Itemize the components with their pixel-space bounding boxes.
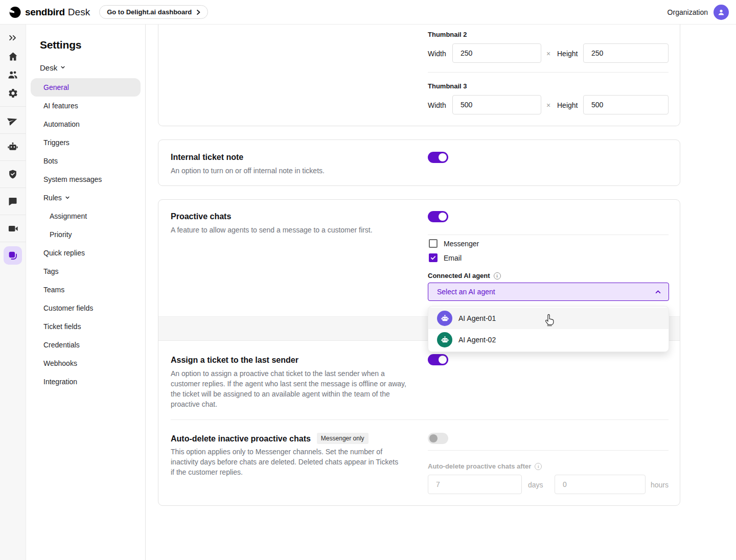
top-bar: sendbird Desk Go to Delight.ai dashboard… xyxy=(0,0,736,25)
dimension-separator: × xyxy=(546,101,550,109)
chevron-right-icon xyxy=(195,9,201,15)
bot-avatar-purple xyxy=(437,311,452,326)
section-divider xyxy=(428,235,669,235)
email-checkbox-label: Email xyxy=(444,254,462,262)
sidebar-item-system-messages[interactable]: System messages xyxy=(26,170,145,189)
hours-unit-label: hours xyxy=(651,481,669,489)
sidebar-item-triggers[interactable]: Triggers xyxy=(26,133,145,152)
home-icon[interactable] xyxy=(0,47,26,65)
sendbird-desk-logo: sendbird Desk xyxy=(9,6,90,18)
thumbnail3-title: Thumbnail 3 xyxy=(428,82,467,90)
messenger-checkbox-label: Messenger xyxy=(444,240,479,248)
settings-main-panel: Thumbnail 2 Width × Height Thumbnail 3 W… xyxy=(146,25,736,560)
thumbnail2-title: Thumbnail 2 xyxy=(428,31,467,38)
sidebar-item-customer-fields[interactable]: Customer fields xyxy=(26,299,145,317)
calls-video-icon[interactable] xyxy=(0,219,26,238)
dimension-separator: × xyxy=(546,50,550,58)
toggle-knob xyxy=(439,213,447,221)
sidebar-item-general[interactable]: General xyxy=(31,78,141,97)
auto-delete-days-input xyxy=(428,475,522,494)
auto-delete-after-label: Auto-delete proactive chats after xyxy=(428,462,531,470)
moderation-shield-icon[interactable] xyxy=(0,165,26,183)
mouse-cursor-graphic xyxy=(544,313,556,326)
sidebar-item-webhooks[interactable]: Webhooks xyxy=(26,354,145,372)
ai-agent-option-2[interactable]: AI Agent-02 xyxy=(428,329,669,351)
internal-note-title: Internal ticket note xyxy=(171,153,243,162)
product-name: Desk xyxy=(68,7,90,18)
sidebar-item-integration[interactable]: Integration xyxy=(26,372,145,391)
settings-gear-icon[interactable] xyxy=(0,84,26,102)
ai-agent-option-2-label: AI Agent-02 xyxy=(458,336,496,344)
rail-divider xyxy=(0,242,26,242)
brand-name: sendbird xyxy=(25,7,65,18)
proactive-chats-title: Proactive chats xyxy=(171,212,231,221)
bot-icon[interactable] xyxy=(0,138,26,156)
toggle-knob xyxy=(439,153,447,161)
sidebar-item-assignment[interactable]: Assignment xyxy=(26,207,145,225)
ai-agent-select[interactable]: Select an AI agent xyxy=(428,283,669,301)
settings-sidebar: Settings Desk General AI features Automa… xyxy=(26,25,146,560)
collapse-sidebar-icon[interactable] xyxy=(0,29,26,47)
thumbnail2-width-label: Width xyxy=(428,50,446,58)
auto-delete-toggle[interactable] xyxy=(428,433,448,444)
delight-dashboard-button[interactable]: Go to Delight.ai dashboard xyxy=(99,5,208,19)
email-checkbox[interactable] xyxy=(429,253,438,262)
sidebar-item-tags[interactable]: Tags xyxy=(26,262,145,281)
rail-divider xyxy=(0,215,26,215)
messenger-checkbox[interactable] xyxy=(429,239,438,248)
rail-divider xyxy=(0,188,26,188)
thumbnail3-width-input[interactable] xyxy=(452,95,541,114)
section-divider xyxy=(428,72,669,73)
sidebar-item-credentials[interactable]: Credentials xyxy=(26,336,145,354)
robot-icon xyxy=(441,336,449,344)
bot-avatar-green xyxy=(437,332,452,347)
auto-delete-title: Auto-delete inactive proactive chats xyxy=(171,434,311,443)
desk-icon[interactable] xyxy=(0,246,26,265)
user-avatar[interactable] xyxy=(714,5,729,20)
send-icon[interactable] xyxy=(0,111,26,129)
internal-note-toggle[interactable] xyxy=(428,152,448,163)
organization-label: Organization xyxy=(668,8,708,16)
internal-ticket-note-card: Internal ticket note An option to turn o… xyxy=(158,139,680,186)
assign-last-sender-toggle[interactable] xyxy=(428,354,448,365)
info-icon[interactable]: i xyxy=(494,272,501,279)
proactive-chats-toggle[interactable] xyxy=(428,211,448,222)
sidebar-section-desk[interactable]: Desk xyxy=(40,62,145,73)
sidebar-item-automation[interactable]: Automation xyxy=(26,115,145,133)
toggle-knob xyxy=(429,434,438,442)
thumbnail-settings-card: Thumbnail 2 Width × Height Thumbnail 3 W… xyxy=(158,25,680,126)
toggle-knob xyxy=(439,356,447,364)
info-icon: i xyxy=(535,463,542,470)
thumbnail3-height-label: Height xyxy=(557,101,578,109)
sidebar-item-priority[interactable]: Priority xyxy=(26,225,145,244)
person-icon xyxy=(717,8,725,16)
connected-ai-agent-label: Connected AI agent xyxy=(428,272,490,279)
sidebar-item-bots[interactable]: Bots xyxy=(26,152,145,170)
sidebar-item-quick-replies[interactable]: Quick replies xyxy=(26,244,145,262)
internal-note-description: An option to turn on or off internal not… xyxy=(171,166,325,176)
ai-agent-option-1-label: AI Agent-01 xyxy=(458,314,496,322)
robot-icon xyxy=(441,314,449,323)
chat-bubble-icon[interactable] xyxy=(0,192,26,211)
assign-last-sender-title: Assign a ticket to the last sender xyxy=(171,356,298,365)
ai-agent-select-value: Select an AI agent xyxy=(437,288,495,296)
thumbnail3-height-input[interactable] xyxy=(583,95,669,114)
auto-delete-description: This option applies only to Messenger ch… xyxy=(171,447,401,477)
rail-divider xyxy=(0,133,26,134)
auto-delete-hours-input xyxy=(555,475,646,494)
sidebar-title: Settings xyxy=(40,39,145,51)
messenger-only-badge: Messenger only xyxy=(317,433,369,444)
sidebar-item-ai-features[interactable]: AI features xyxy=(26,97,145,115)
rail-divider xyxy=(0,106,26,107)
thumbnail2-height-input[interactable] xyxy=(583,43,669,63)
sidebar-item-teams[interactable]: Teams xyxy=(26,281,145,299)
app-icon-rail xyxy=(0,25,26,560)
proactive-chats-description: A feature to allow agents to send a mess… xyxy=(171,225,373,235)
days-unit-label: days xyxy=(528,481,543,489)
thumbnail2-width-input[interactable] xyxy=(452,43,541,63)
section-divider xyxy=(428,450,669,451)
agents-icon[interactable] xyxy=(0,65,26,84)
sidebar-item-rules[interactable]: Rules xyxy=(26,189,145,207)
sidebar-menu: General AI features Automation Triggers … xyxy=(26,78,145,391)
sidebar-item-ticket-fields[interactable]: Ticket fields xyxy=(26,317,145,336)
